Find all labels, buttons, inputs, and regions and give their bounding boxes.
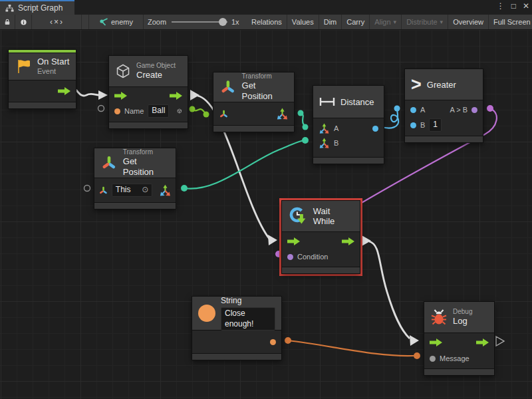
port-label: B: [334, 139, 338, 147]
wire-arrowhead: [410, 335, 419, 346]
flow-output-port[interactable]: [58, 87, 70, 95]
node-category: Debug: [453, 308, 472, 317]
wire-endpoint: [303, 124, 309, 130]
tab-bar: Script Graph ⋮ □ ✕: [0, 0, 532, 15]
string-output-port[interactable]: [270, 339, 276, 345]
graph-reference[interactable]: enemy: [88, 15, 144, 29]
code-view-button[interactable]: ‹×›: [33, 15, 82, 29]
flow-input-port[interactable]: [114, 92, 127, 100]
node-category: Game Object: [136, 62, 176, 70]
info-button[interactable]: [16, 15, 32, 29]
zoom-slider-handle[interactable]: [219, 18, 227, 26]
event-stripe: [9, 50, 76, 53]
port-label: A: [420, 106, 425, 114]
tab-title: Script Graph: [18, 3, 63, 13]
graph-tab-icon: [5, 4, 14, 13]
code-icon: ‹×›: [50, 17, 64, 27]
wire-endpoint: [394, 106, 400, 112]
overview-button[interactable]: Overview: [448, 15, 489, 29]
relations-button[interactable]: Relations: [247, 15, 287, 29]
node-footer: [192, 354, 281, 360]
node-on-start[interactable]: On Start Event: [8, 49, 76, 109]
node-title: Create: [136, 70, 176, 80]
flow-output-port[interactable]: [342, 237, 354, 245]
script-graph-window: Script Graph ⋮ □ ✕ ‹×›: [0, 0, 532, 399]
wire-string-string-debuglog[interactable]: [288, 340, 414, 356]
carry-button[interactable]: Carry: [342, 15, 370, 29]
number-output-port[interactable]: [372, 126, 378, 132]
vector3-input-port[interactable]: [319, 123, 330, 134]
wire-endpoint: [302, 137, 309, 144]
node-title: Wait While: [313, 206, 354, 226]
node-wait-while[interactable]: Wait While Condition: [281, 200, 360, 274]
vector3-input-port[interactable]: [319, 138, 330, 149]
gameobject-output-port[interactable]: [177, 106, 182, 116]
port-label: Name: [124, 107, 144, 115]
string-input-port[interactable]: [114, 108, 120, 114]
node-title: Greater: [427, 80, 456, 90]
bool-input-port[interactable]: [287, 254, 293, 260]
wire-endpoint: [190, 106, 196, 112]
transform-input-port[interactable]: [219, 109, 229, 119]
target-field[interactable]: This ⊙: [112, 184, 152, 197]
chevron-down-icon: ▾: [440, 19, 444, 25]
vector3-output-port[interactable]: [159, 184, 172, 197]
close-button[interactable]: ✕: [523, 1, 529, 11]
node-distance[interactable]: Distance A: [313, 85, 384, 164]
distance-icon: [319, 97, 335, 106]
port-label: B: [420, 121, 425, 129]
name-value-field[interactable]: Ball: [148, 104, 169, 118]
tab-script-graph[interactable]: Script Graph: [0, 0, 74, 15]
lock-icon: [5, 18, 10, 26]
node-title: Distance: [340, 97, 374, 107]
number-input-port[interactable]: [410, 122, 416, 128]
selection-highlight: Wait While Condition: [279, 198, 362, 276]
unconnected-flow-triangle: [496, 336, 504, 346]
flow-input-port[interactable]: [430, 338, 442, 346]
node-greater[interactable]: > Greater A A > B B 1: [404, 68, 483, 143]
greater-icon: >: [411, 76, 422, 94]
wire-vector-getposition-distance-b[interactable]: [184, 140, 304, 189]
zoom-label: Zoom: [148, 18, 166, 26]
node-subtitle: Event: [37, 67, 69, 76]
maximize-button[interactable]: □: [511, 1, 516, 11]
lock-button[interactable]: [0, 15, 15, 29]
flow-output-port[interactable]: [476, 338, 489, 346]
node-footer: [313, 158, 384, 164]
window-menu-button[interactable]: ⋮: [497, 1, 505, 11]
toolbar-right-buttons: Relations Values Dim Carry Align ▾ Distr…: [247, 15, 532, 29]
graph-canvas[interactable]: On Start Event Game Object Create: [0, 30, 532, 399]
distribute-dropdown[interactable]: Distribute ▾: [402, 15, 448, 29]
node-string-literal[interactable]: String Close enough!: [192, 296, 282, 360]
node-title: Get Position: [242, 80, 288, 102]
transform-input-port[interactable]: [98, 186, 108, 196]
full-screen-button[interactable]: Full Screen: [489, 15, 532, 29]
port-label: Condition: [297, 253, 328, 261]
flow-input-port[interactable]: [287, 237, 300, 245]
node-title: Log: [453, 316, 472, 327]
node-title: String: [221, 296, 275, 306]
string-value-field[interactable]: Close enough!: [221, 307, 275, 331]
message-input-port[interactable]: [430, 356, 436, 362]
values-button[interactable]: Values: [287, 15, 319, 29]
unconnected-port-circle: [84, 186, 90, 192]
graph-toolbar: ‹×› enemy Zoom 1x Relations Values Dim C…: [0, 15, 532, 30]
dim-button[interactable]: Dim: [319, 15, 342, 29]
bool-output-port[interactable]: [471, 107, 477, 113]
vector3-output-port[interactable]: [276, 108, 289, 120]
object-picker-icon[interactable]: ⊙: [142, 185, 148, 196]
number-input-port[interactable]: [410, 107, 416, 113]
node-create-gameobject[interactable]: Game Object Create Name Ball: [108, 55, 188, 129]
flow-output-port[interactable]: [170, 92, 182, 100]
node-get-position-ball[interactable]: Transform Get Position: [213, 72, 295, 132]
wire-flow-waitwhile-debuglog[interactable]: [369, 241, 410, 338]
node-debug-log[interactable]: Debug Log Message: [424, 301, 495, 376]
b-value-field[interactable]: 1: [429, 118, 442, 132]
node-footer: [109, 122, 188, 128]
result-label: A > B: [450, 106, 467, 114]
node-category: Transform: [123, 148, 170, 157]
align-dropdown[interactable]: Align ▾: [370, 15, 402, 29]
node-get-position-this[interactable]: Transform Get Position This ⊙: [94, 148, 176, 209]
wire-endpoint: [181, 185, 188, 192]
node-footer: [405, 136, 483, 142]
